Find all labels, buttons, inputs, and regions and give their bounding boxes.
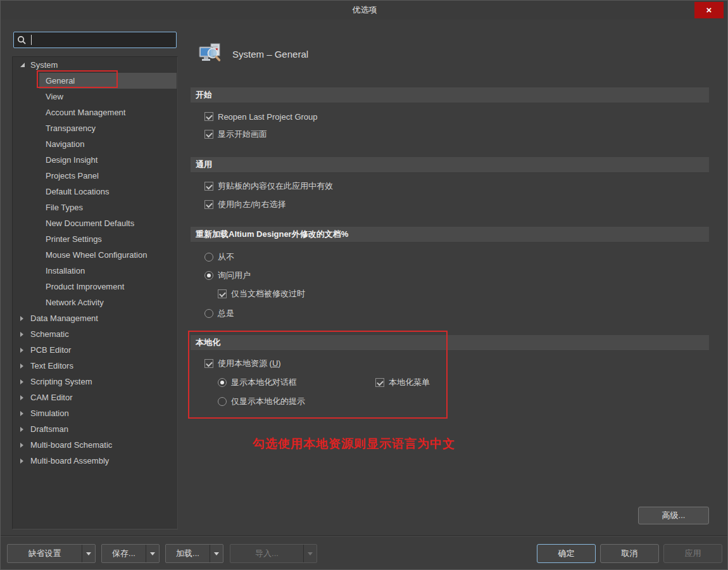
collapsed-arrow-icon[interactable] — [20, 411, 27, 416]
tree-item-printer-settings[interactable]: Printer Settings — [13, 231, 177, 247]
tree-item-product-improvement[interactable]: Product Improvement — [13, 279, 177, 294]
tree-item-multi-board-schematic[interactable]: Multi-board Schematic — [13, 437, 177, 453]
tree-item-navigation[interactable]: Navigation — [13, 136, 177, 152]
use-localized-resources-row[interactable]: 使用本地资源 (U) — [204, 356, 281, 371]
section-title: 通用 — [196, 159, 212, 170]
cancel-button[interactable]: 取消 — [600, 544, 659, 563]
tree-item-label: Scripting System — [30, 377, 92, 386]
load-button[interactable]: 加载... — [165, 544, 223, 563]
tree-item-simulation[interactable]: Simulation — [13, 405, 177, 421]
collapsed-arrow-icon[interactable] — [20, 316, 27, 321]
collapsed-arrow-icon[interactable] — [20, 443, 27, 448]
radio-icon[interactable] — [204, 271, 213, 280]
radio-label: 从不 — [218, 251, 234, 263]
tree-item-label: Text Editors — [30, 361, 73, 370]
tree-item-label: Draftsman — [30, 424, 68, 434]
close-button[interactable]: × — [694, 2, 724, 18]
import-label: 导入... — [230, 545, 303, 562]
tree-item-pcb-editor[interactable]: PCB Editor — [13, 342, 177, 358]
tree-item-label: Printer Settings — [46, 234, 102, 244]
tree-item-cam-editor[interactable]: CAM Editor — [13, 390, 177, 405]
save-label[interactable]: 保存... — [102, 545, 146, 562]
tree-item-installation[interactable]: Installation — [13, 263, 177, 279]
checkbox-icon[interactable] — [204, 130, 213, 139]
tree-item-label: Multi-board Assembly — [30, 456, 109, 466]
tree-item-view[interactable]: View — [13, 89, 177, 104]
set-to-defaults-label[interactable]: 缺省设置 — [8, 545, 82, 562]
footer-divider-highlight — [1, 536, 728, 536]
checkbox-icon[interactable] — [375, 378, 384, 387]
tree-item-general[interactable]: General — [13, 73, 177, 89]
search-box[interactable] — [13, 32, 177, 48]
cancel-button-label: 取消 — [622, 548, 638, 559]
ok-button-label: 确定 — [558, 548, 575, 559]
tree-item-label: Data Management — [30, 314, 98, 323]
tree-item-label: PCB Editor — [30, 345, 71, 355]
localized-dialogs-row[interactable]: 显示本地化对话框 — [218, 375, 297, 390]
collapsed-arrow-icon[interactable] — [20, 364, 27, 369]
radio-icon[interactable] — [204, 253, 213, 262]
reload-ask-user-row[interactable]: 询问用户 — [204, 268, 251, 283]
checkbox-icon[interactable] — [204, 182, 213, 191]
tree-item-projects-panel[interactable]: Projects Panel — [13, 168, 177, 184]
localized-hints-only-row[interactable]: 仅显示本地化的提示 — [218, 394, 305, 409]
reload-never-row[interactable]: 从不 — [204, 250, 234, 265]
tree-item-mouse-wheel-configuration[interactable]: Mouse Wheel Configuration — [13, 247, 177, 263]
tree-item-network-activity[interactable]: Network Activity — [13, 294, 177, 310]
clipboard-row[interactable]: 剪贴板的内容仅在此应用中有效 — [204, 179, 333, 194]
checkbox-icon[interactable] — [204, 359, 213, 368]
tree-item-scripting-system[interactable]: Scripting System — [13, 374, 177, 390]
dropdown-arrow-icon[interactable] — [210, 545, 223, 562]
checkbox-label: 使用本地资源 (U) — [218, 358, 281, 369]
tree-item-label: Schematic — [30, 329, 69, 339]
collapsed-arrow-icon[interactable] — [20, 395, 27, 400]
collapsed-arrow-icon[interactable] — [20, 348, 27, 353]
collapsed-arrow-icon[interactable] — [20, 459, 27, 464]
checkbox-icon[interactable] — [218, 289, 227, 298]
advanced-button[interactable]: 高级... — [638, 507, 709, 524]
dropdown-arrow-icon — [304, 545, 317, 562]
checkbox-label: 剪贴板的内容仅在此应用中有效 — [218, 180, 333, 192]
collapsed-arrow-icon[interactable] — [20, 332, 27, 337]
dropdown-arrow-icon[interactable] — [146, 545, 159, 562]
save-button[interactable]: 保存... — [101, 544, 160, 563]
tree-item-label: Product Improvement — [46, 282, 124, 291]
radio-icon[interactable] — [218, 397, 227, 406]
tree-item-draftsman[interactable]: Draftsman — [13, 421, 177, 437]
collapsed-arrow-icon[interactable] — [20, 427, 27, 432]
section-header-localization: 本地化 — [191, 335, 709, 351]
tree-item-account-management[interactable]: Account Management — [13, 104, 177, 120]
tree-item-data-management[interactable]: Data Management — [13, 310, 177, 326]
tree-item-default-locations[interactable]: Default Locations — [13, 184, 177, 200]
reopen-last-project-group-row[interactable]: Reopen Last Project Group — [204, 109, 318, 124]
tree-item-design-insight[interactable]: Design Insight — [13, 152, 177, 168]
radio-icon[interactable] — [204, 309, 213, 318]
show-startup-screen-row[interactable]: 显示开始画面 — [204, 127, 267, 142]
tree-item-label: Projects Panel — [46, 171, 99, 180]
tree-item-text-editors[interactable]: Text Editors — [13, 358, 177, 374]
localized-menus-row[interactable]: 本地化菜单 — [375, 375, 430, 390]
tree-item-file-types[interactable]: File Types — [13, 200, 177, 215]
reload-always-row[interactable]: 总是 — [204, 306, 234, 321]
left-right-selection-row[interactable]: 使用向左/向右选择 — [204, 197, 286, 212]
set-to-defaults-button[interactable]: 缺省设置 — [7, 544, 96, 563]
apply-button-label: 应用 — [685, 548, 701, 559]
expanded-arrow-icon[interactable] — [20, 63, 27, 67]
tree-item-label: CAM Editor — [30, 393, 72, 402]
tree-item-label: Multi-board Schematic — [30, 440, 112, 450]
tree-item-schematic[interactable]: Schematic — [13, 326, 177, 342]
checkbox-icon[interactable] — [204, 112, 213, 121]
search-input[interactable] — [30, 32, 176, 48]
tree-item-system[interactable]: System — [13, 57, 177, 73]
only-if-modified-row[interactable]: 仅当文档被修改过时 — [218, 286, 305, 301]
dropdown-arrow-icon[interactable] — [82, 545, 95, 562]
tree-item-new-document-defaults[interactable]: New Document Defaults — [13, 215, 177, 231]
load-label[interactable]: 加载... — [166, 545, 210, 562]
radio-label: 总是 — [218, 308, 234, 319]
collapsed-arrow-icon[interactable] — [20, 379, 27, 384]
tree-item-transparency[interactable]: Transparency — [13, 120, 177, 136]
checkbox-icon[interactable] — [204, 200, 213, 209]
ok-button[interactable]: 确定 — [537, 544, 596, 563]
tree-item-multi-board-assembly[interactable]: Multi-board Assembly — [13, 453, 177, 469]
radio-icon[interactable] — [218, 378, 227, 387]
